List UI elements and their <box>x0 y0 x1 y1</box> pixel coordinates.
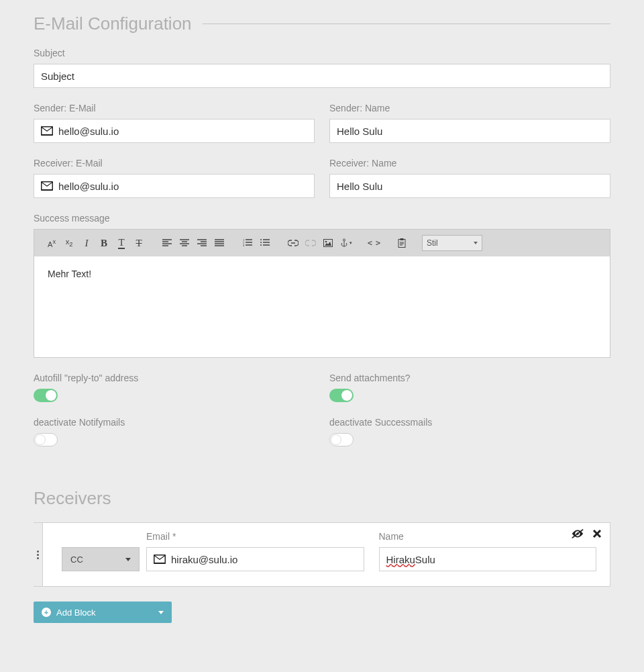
deactivate-successmails-toggle[interactable] <box>329 433 354 446</box>
receiver-name-field-label: Name <box>379 531 597 542</box>
drag-handle[interactable] <box>34 523 43 586</box>
receiver-email-input[interactable] <box>34 174 315 198</box>
editor-toolbar: Ax x2 I B T T 123 <box>34 230 610 256</box>
bold-icon[interactable]: B <box>96 234 112 252</box>
unordered-list-icon[interactable] <box>257 234 273 252</box>
receiver-block-email-input[interactable] <box>146 547 364 571</box>
subscript-icon[interactable]: x2 <box>61 234 77 252</box>
svg-text:3: 3 <box>243 244 245 247</box>
receiver-type-select[interactable]: CC <box>62 547 140 571</box>
deactivate-successmails-label: deactivate Successmails <box>329 417 610 428</box>
svg-point-7 <box>325 241 327 243</box>
chevron-down-icon <box>474 242 478 244</box>
section-rule <box>203 23 610 24</box>
autofill-replyto-label: Autofill "reply-to" address <box>34 373 315 383</box>
paste-icon[interactable] <box>394 234 410 252</box>
editor-text: Mehr Text! <box>48 269 91 279</box>
source-code-button[interactable]: < > <box>366 234 382 252</box>
align-right-icon[interactable] <box>194 234 210 252</box>
field-sender-name: Sender: Name <box>329 103 610 143</box>
receiver-name-value-part2: Sulu <box>415 554 435 565</box>
receiver-name-input[interactable] <box>329 174 610 198</box>
deactivate-notifymails-label: deactivate Notifymails <box>34 417 315 428</box>
align-justify-icon[interactable] <box>211 234 227 252</box>
style-select-label: Stil <box>427 238 438 248</box>
sender-name-label: Sender: Name <box>329 103 610 113</box>
receiver-name-value-part1: Hiraku <box>386 554 415 565</box>
receiver-block: CC Email * Name Hirak <box>34 522 610 587</box>
svg-point-5 <box>260 244 262 246</box>
send-attachments-toggle[interactable] <box>329 389 354 402</box>
visibility-off-icon[interactable] <box>571 528 584 541</box>
section-header-email: E-Mail Configuration <box>34 13 610 34</box>
style-select[interactable]: Stil <box>422 235 482 251</box>
sender-email-label: Sender: E-Mail <box>34 103 315 113</box>
receiver-email-label: Receiver: E-Mail <box>34 158 315 169</box>
field-receiver-email: Receiver: E-Mail <box>34 158 315 198</box>
svg-rect-10 <box>400 238 404 240</box>
section-header-receivers: Receivers <box>34 488 610 509</box>
receiver-block-name-input[interactable]: Hiraku Sulu <box>379 547 597 571</box>
unlink-icon[interactable] <box>303 234 319 252</box>
italic-icon[interactable]: I <box>78 234 95 252</box>
image-icon[interactable] <box>320 234 336 252</box>
add-block-button[interactable]: + Add Block <box>34 602 172 623</box>
close-icon[interactable] <box>592 529 602 540</box>
success-message-label: Success message <box>34 213 610 224</box>
sender-email-input[interactable] <box>34 119 315 143</box>
add-block-label: Add Block <box>56 608 96 618</box>
strikethrough-icon[interactable]: T <box>131 234 147 252</box>
superscript-icon[interactable]: Ax <box>44 234 60 252</box>
send-attachments-label: Send attachments? <box>329 373 610 383</box>
drag-handle-icon <box>37 550 39 559</box>
field-success-message: Success message Ax x2 I B T T <box>34 213 610 358</box>
field-sender-email: Sender: E-Mail <box>34 103 315 143</box>
link-icon[interactable] <box>285 234 301 252</box>
align-left-icon[interactable] <box>159 234 175 252</box>
svg-point-8 <box>343 239 345 241</box>
field-subject: Subject <box>34 48 610 88</box>
anchor-icon[interactable]: ▾ <box>337 234 354 252</box>
plus-circle-icon: + <box>42 608 51 617</box>
envelope-icon <box>40 181 54 191</box>
receiver-type-label: CC <box>70 555 83 565</box>
field-receiver-name: Receiver: Name <box>329 158 610 198</box>
envelope-icon <box>153 554 166 565</box>
rich-text-editor: Ax x2 I B T T 123 <box>34 229 610 358</box>
receiver-name-label: Receiver: Name <box>329 158 610 169</box>
editor-body[interactable]: Mehr Text! <box>34 256 610 357</box>
section-title-receivers: Receivers <box>34 488 122 509</box>
sender-name-input[interactable] <box>329 119 610 143</box>
section-title-email: E-Mail Configuration <box>34 13 203 34</box>
svg-point-4 <box>260 242 262 243</box>
ordered-list-icon[interactable]: 123 <box>239 234 256 252</box>
align-center-icon[interactable] <box>176 234 193 252</box>
envelope-icon <box>40 126 54 136</box>
deactivate-notifymails-toggle[interactable] <box>34 433 58 446</box>
subject-label: Subject <box>34 48 610 58</box>
chevron-down-icon <box>125 558 131 561</box>
subject-input[interactable] <box>34 64 610 88</box>
svg-point-3 <box>260 239 262 240</box>
receiver-email-field-label: Email * <box>146 531 364 542</box>
autofill-replyto-toggle[interactable] <box>34 389 58 402</box>
remove-format-icon[interactable]: T <box>113 234 129 252</box>
chevron-down-icon <box>158 611 164 614</box>
